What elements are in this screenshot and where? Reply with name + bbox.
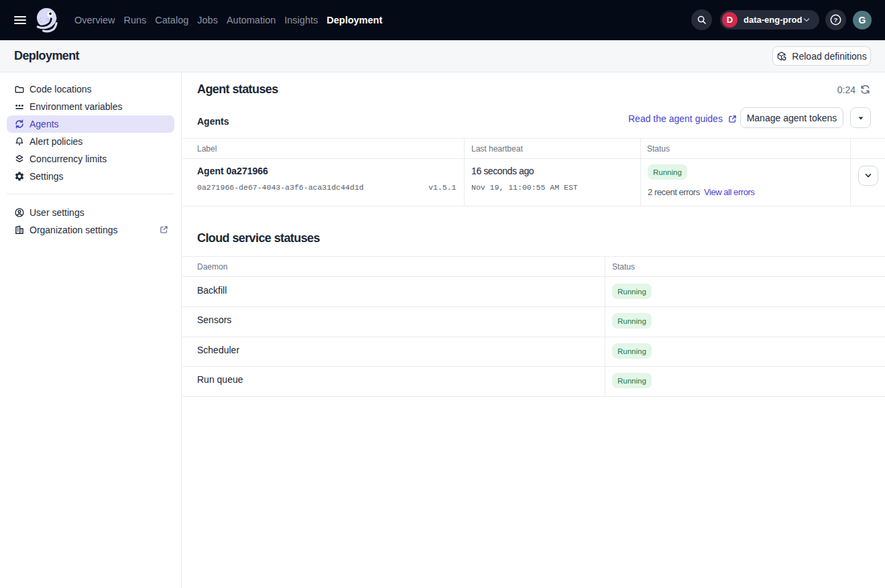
svg-text:?: ? [834, 16, 838, 23]
